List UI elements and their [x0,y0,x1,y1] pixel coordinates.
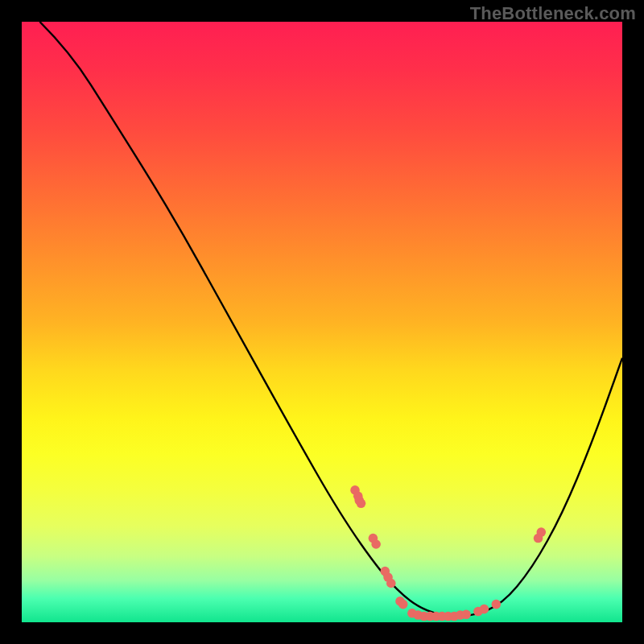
curve-marker [492,600,502,609]
curve-marker [371,539,381,549]
curve-marker [357,498,366,508]
marker-group [350,485,546,621]
curve-marker [398,600,408,609]
curve-marker [536,527,546,537]
chart-area [22,22,622,622]
chart-svg [22,22,622,622]
attribution-text: TheBottleneck.com [470,3,636,24]
curve-marker [386,579,396,588]
curve-marker [480,605,489,614]
bottleneck-curve [39,22,622,617]
curve-marker [461,610,471,620]
